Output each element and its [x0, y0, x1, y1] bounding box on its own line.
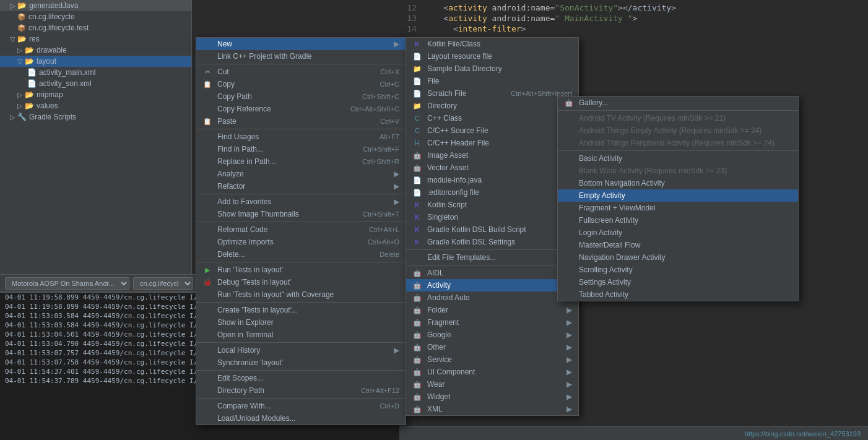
activity-fragment-viewmodel[interactable]: Fragment + ViewModel — [558, 202, 798, 214]
ctx-new[interactable]: New ▶ — [196, 38, 406, 50]
submenu-cpp-source[interactable]: C C/C++ Source File — [406, 124, 578, 137]
submenu-android-auto[interactable]: 🤖 Android Auto ▶ — [406, 291, 578, 304]
submenu-service[interactable]: 🤖 Service ▶ — [406, 353, 578, 366]
ctx-run-coverage[interactable]: Run 'Tests in layout'' with Coverage — [196, 288, 406, 301]
sidebar-item-gradle[interactable]: ▷ 🔧 Gradle Scripts — [0, 111, 191, 123]
submenu-fragment[interactable]: 🤖 Fragment ▶ — [406, 316, 578, 329]
ctx-create-tests[interactable]: Create 'Tests in layout'... — [196, 304, 406, 316]
ctx-show-explorer[interactable]: Show in Explorer — [196, 316, 406, 329]
ctx-add-favorites[interactable]: Add to Favorites ▶ — [196, 196, 406, 208]
ctx-replace-in-path[interactable]: Replace in Path... Ctrl+Shift+R — [196, 155, 406, 168]
ctx-copy[interactable]: 📋 Copy Ctrl+C — [196, 78, 406, 90]
ctx-reformat[interactable]: Reformat Code Ctrl+Alt+L — [196, 223, 406, 236]
ctx-run-tests[interactable]: ▶ Run 'Tests in layout' — [196, 264, 406, 276]
submenu-activity[interactable]: 🤖 Activity ▶ — [406, 279, 578, 291]
activity-settings[interactable]: Settings Activity — [558, 276, 798, 288]
ctx-directory-path[interactable]: Directory Path Ctrl+Alt+F12 — [196, 384, 406, 397]
submenu-module-info[interactable]: 📄 module-info.java — [406, 174, 578, 186]
separator — [196, 342, 406, 343]
ctx-analyze[interactable]: Analyze ▶ — [196, 168, 406, 180]
submenu-singleton[interactable]: K Singleton — [406, 211, 578, 223]
submenu-layout-resource[interactable]: 📄 Layout resource file — [406, 50, 578, 63]
activity-fullscreen[interactable]: Fullscreen Activity — [558, 214, 798, 226]
submenu-google[interactable]: 🤖 Google ▶ — [406, 329, 578, 341]
device-select[interactable]: Motorola AOSP On Shama Andr... — [5, 277, 129, 290]
sidebar-item-activity-son[interactable]: 📄 activity_son.xml — [0, 78, 191, 89]
ctx-link-cpp[interactable]: Link C++ Project with Gradle — [196, 50, 406, 63]
folder-icon: 📂 — [17, 35, 27, 43]
submenu-image-asset[interactable]: 🤖 Image Asset — [406, 149, 578, 162]
ctx-open-terminal[interactable]: Open in Terminal — [196, 329, 406, 341]
submenu-ui-component[interactable]: 🤖 UI Component ▶ — [406, 366, 578, 378]
submenu-scratch-file[interactable]: 📄 Scratch File Ctrl+Alt+Shift+Insert — [406, 87, 578, 100]
ctx-debug-tests[interactable]: 🐞 Debug 'Tests in layout' — [196, 276, 406, 288]
sidebar-item-mipmap[interactable]: ▷ 📂 mipmap — [0, 89, 191, 100]
gradle-build-icon: K — [412, 226, 422, 233]
wear-icon: 🤖 — [412, 381, 422, 389]
submenu-wear[interactable]: 🤖 Wear ▶ — [406, 378, 578, 390]
kotlin-script-icon: K — [412, 201, 422, 209]
ctx-synchronize[interactable]: Synchronize 'layout' — [196, 356, 406, 369]
ctx-optimize-imports[interactable]: Optimize Imports Ctrl+Alt+O — [196, 236, 406, 248]
sidebar-item-cn-cg-lifecycle[interactable]: 📦 cn.cg.lifecycle — [0, 11, 191, 22]
submenu-xml[interactable]: 🤖 XML ▶ — [406, 403, 578, 415]
activity-tabbed[interactable]: Tabbed Activity — [558, 288, 798, 301]
submenu-cpp-class[interactable]: C C++ Class — [406, 112, 578, 124]
submenu-directory[interactable]: 📁 Directory — [406, 100, 578, 112]
expand-icon: ▷ — [17, 91, 22, 99]
submenu-edit-templates[interactable]: Edit File Templates... — [406, 251, 578, 264]
submenu-editorconfig[interactable]: 📄 .editorconfig file — [406, 186, 578, 199]
process-select[interactable]: cn.cg.lifecycl — [133, 277, 193, 290]
separator — [406, 249, 578, 250]
submenu-kotlin-file[interactable]: K Kotlin File/Class — [406, 38, 578, 50]
sidebar-item-activity-main[interactable]: 📄 activity_main.xml — [0, 67, 191, 78]
submenu-vector-asset[interactable]: 🤖 Vector Asset — [406, 162, 578, 174]
ctx-find-usages[interactable]: Find Usages Alt+F7 — [196, 131, 406, 143]
submenu-sample-data[interactable]: 📁 Sample Data Directory — [406, 63, 578, 75]
submenu-gradle-build[interactable]: K Gradle Kotlin DSL Build Script — [406, 223, 578, 236]
ctx-local-history[interactable]: Local History ▶ — [196, 344, 406, 356]
ctx-delete[interactable]: Delete... Delete — [196, 248, 406, 261]
submenu-aidl[interactable]: 🤖 AIDL ▶ — [406, 267, 578, 279]
ctx-cut[interactable]: ✂ Cut Ctrl+X — [196, 66, 406, 78]
ctx-refactor[interactable]: Refactor ▶ — [196, 180, 406, 192]
module-icon: 📄 — [412, 176, 422, 184]
activity-gallery[interactable]: 🤖 Gallery... — [558, 97, 798, 109]
activity-icon: 🤖 — [412, 282, 422, 290]
ctx-show-thumbnails[interactable]: Show Image Thumbnails Ctrl+Shift+T — [196, 208, 406, 220]
sidebar-item-values[interactable]: ▷ 📂 values — [0, 100, 191, 111]
sidebar-item-res[interactable]: ▽ 📂 res — [0, 33, 191, 45]
submenu-file[interactable]: 📄 File — [406, 75, 578, 87]
submenu-widget[interactable]: 🤖 Widget ▶ — [406, 390, 578, 403]
ctx-find-in-path[interactable]: Find in Path... Ctrl+Shift+F — [196, 143, 406, 155]
activity-bottom-nav[interactable]: Bottom Navigation Activity — [558, 177, 798, 189]
activity-login[interactable]: Login Activity — [558, 226, 798, 239]
activity-navigation-drawer[interactable]: Navigation Drawer Activity — [558, 251, 798, 264]
activity-android-things-peripheral: Android Things Peripheral Activity (Requ… — [558, 137, 798, 149]
ctx-copy-path[interactable]: Copy Path Ctrl+Shift+C — [196, 90, 406, 103]
folder-icon: 🔧 — [17, 113, 27, 121]
cpp-class-icon: C — [412, 114, 422, 122]
gradle-settings-icon: K — [412, 238, 422, 246]
activity-master-detail[interactable]: Master/Detail Flow — [558, 239, 798, 251]
activity-empty[interactable]: Empty Activity — [558, 189, 798, 202]
cpp-source-icon: C — [412, 127, 422, 134]
sidebar-item-generatedjava[interactable]: ▷ 📂 generatedJava — [0, 0, 191, 11]
submenu-other[interactable]: 🤖 Other ▶ — [406, 341, 578, 353]
ctx-copy-reference[interactable]: Copy Reference Ctrl+Alt+Shift+C — [196, 103, 406, 115]
submenu-gradle-settings[interactable]: K Gradle Kotlin DSL Settings — [406, 236, 578, 248]
scratch-icon: 📄 — [412, 90, 422, 98]
ctx-edit-scopes[interactable]: Edit Scopes... — [196, 372, 406, 384]
sidebar-item-drawable[interactable]: ▷ 📂 drawable — [0, 45, 191, 56]
submenu-kotlin-script[interactable]: K Kotlin Script — [406, 199, 578, 211]
activity-scrolling[interactable]: Scrolling Activity — [558, 264, 798, 276]
sidebar-item-layout[interactable]: ▽ 📂 layout — [0, 56, 191, 67]
submenu-folder[interactable]: 🤖 Folder ▶ — [406, 304, 578, 316]
ctx-compare[interactable]: Compare With... Ctrl+D — [196, 400, 406, 412]
activity-basic[interactable]: Basic Activity — [558, 152, 798, 165]
separator — [558, 110, 798, 111]
ctx-paste[interactable]: 📋 Paste Ctrl+V — [196, 115, 406, 127]
sidebar-item-cn-cg-lifecycle-test[interactable]: 📦 cn.cg.lifecycle.test — [0, 22, 191, 33]
ctx-load-modules[interactable]: Load/Unload Modules... — [196, 412, 406, 425]
submenu-cpp-header[interactable]: H C/C++ Header File — [406, 137, 578, 149]
